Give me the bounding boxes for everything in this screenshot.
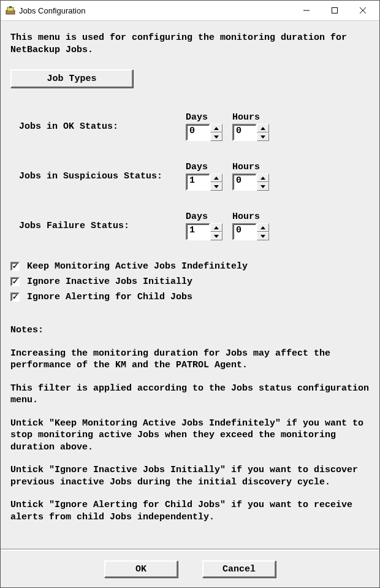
check-ignore-inactive-label: Ignore Inactive Jobs Initially: [27, 277, 192, 287]
intro-text: This menu is used for configuring the mo…: [10, 32, 370, 56]
check-keep-active-label: Keep Monitoring Active Jobs Indefinitely: [27, 261, 248, 272]
suspicious-days-spinner[interactable]: 1: [186, 174, 222, 191]
checkbox-group: ✓ Keep Monitoring Active Jobs Indefinite…: [10, 261, 370, 302]
row-failure-status: Jobs Failure Status: Days 1 Hours: [10, 212, 370, 240]
client-area: This menu is used for configuring the mo…: [1, 21, 379, 587]
ok-hours-up[interactable]: [257, 124, 269, 132]
days-label: Days: [186, 112, 222, 123]
ok-button[interactable]: OK: [104, 560, 178, 578]
check-ignore-inactive[interactable]: ✓: [10, 277, 20, 286]
suspicious-hours-spinner[interactable]: 0: [232, 174, 269, 191]
notes-p1: Increasing the monitoring duration for J…: [10, 348, 370, 372]
suspicious-hours-up[interactable]: [257, 174, 269, 182]
app-icon: [6, 6, 15, 15]
failure-days-spinner[interactable]: 1: [186, 223, 222, 240]
suspicious-hours-value[interactable]: 0: [232, 174, 257, 191]
check-ignore-child[interactable]: ✓: [10, 292, 20, 302]
close-button[interactable]: [349, 1, 377, 20]
notes-p3: Untick "Keep Monitoring Active Jobs Inde…: [10, 418, 370, 454]
svg-rect-4: [332, 8, 338, 13]
ok-hours-col: Hours 0: [232, 112, 269, 141]
notes-p5: Untick "Ignore Alerting for Child Jobs" …: [10, 499, 370, 523]
failure-hours-spinner[interactable]: 0: [232, 223, 269, 240]
ok-days-up[interactable]: [210, 124, 222, 132]
suspicious-days-col: Days 1: [186, 162, 222, 191]
notes-section: Notes: Increasing the monitoring duratio…: [10, 324, 370, 523]
check-ignore-child-label: Ignore Alerting for Child Jobs: [27, 292, 192, 302]
maximize-button[interactable]: [321, 1, 349, 20]
row-ok-status: Jobs in OK Status: Days 0 Hours: [10, 112, 370, 141]
suspicious-days-value[interactable]: 1: [186, 174, 210, 191]
minimize-button[interactable]: [292, 1, 321, 20]
failure-days-value[interactable]: 1: [186, 223, 210, 240]
failure-hours-col: Hours 0: [232, 212, 269, 240]
failure-hours-down[interactable]: [257, 232, 269, 240]
failure-hours-up[interactable]: [257, 223, 269, 232]
notes-p2: This filter is applied according to the …: [10, 383, 370, 407]
ok-days-spinner[interactable]: 0: [186, 124, 222, 141]
suspicious-hours-col: Hours 0: [232, 162, 269, 191]
check-keep-active-row: ✓ Keep Monitoring Active Jobs Indefinite…: [10, 261, 370, 272]
days-label: Days: [186, 212, 222, 222]
window-controls: [292, 1, 377, 20]
hours-label: Hours: [232, 112, 269, 123]
notes-p4: Untick "Ignore Inactive Jobs Initially" …: [10, 464, 370, 488]
row-suspicious-status: Jobs in Suspicious Status: Days 1 Hours: [10, 162, 370, 191]
ok-days-value[interactable]: 0: [186, 124, 210, 141]
row-suspicious-label: Jobs in Suspicious Status:: [10, 171, 186, 181]
suspicious-days-up[interactable]: [210, 174, 222, 182]
ok-hours-value[interactable]: 0: [232, 124, 257, 141]
ok-days-col: Days 0: [186, 112, 222, 141]
failure-days-down[interactable]: [210, 232, 222, 240]
cancel-button[interactable]: Cancel: [202, 560, 276, 578]
failure-hours-value[interactable]: 0: [232, 223, 257, 240]
footer: OK Cancel: [1, 549, 379, 587]
titlebar: Jobs Configuration: [1, 1, 379, 21]
ok-hours-down[interactable]: [257, 132, 269, 141]
svg-rect-2: [9, 6, 12, 8]
ok-days-down[interactable]: [210, 132, 222, 141]
failure-days-up[interactable]: [210, 223, 222, 232]
failure-days-col: Days 1: [186, 212, 222, 240]
days-label: Days: [186, 162, 222, 172]
notes-heading: Notes:: [10, 324, 370, 337]
check-ignore-inactive-row: ✓ Ignore Inactive Jobs Initially: [10, 277, 370, 287]
window-title: Jobs Configuration: [19, 6, 292, 15]
ok-hours-spinner[interactable]: 0: [232, 124, 269, 141]
suspicious-days-down[interactable]: [210, 182, 222, 191]
hours-label: Hours: [232, 162, 269, 172]
row-failure-label: Jobs Failure Status:: [10, 221, 186, 231]
check-keep-active[interactable]: ✓: [10, 262, 20, 271]
job-types-button[interactable]: Job Types: [10, 69, 133, 88]
suspicious-hours-down[interactable]: [257, 182, 269, 191]
window: Jobs Configuration This menu is used for…: [0, 0, 380, 588]
content: This menu is used for configuring the mo…: [1, 21, 379, 549]
row-ok-label: Jobs in OK Status:: [10, 121, 186, 132]
hours-label: Hours: [232, 212, 269, 222]
check-ignore-child-row: ✓ Ignore Alerting for Child Jobs: [10, 292, 370, 302]
